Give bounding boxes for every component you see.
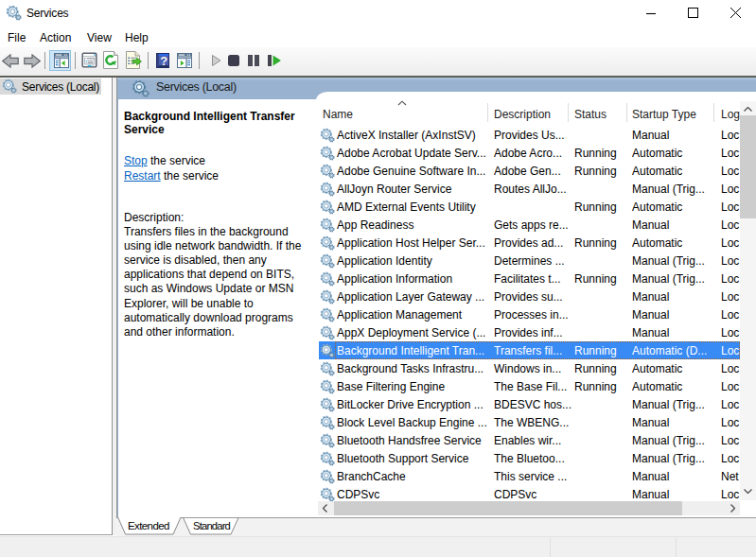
svg-text:?: ? — [160, 54, 167, 68]
